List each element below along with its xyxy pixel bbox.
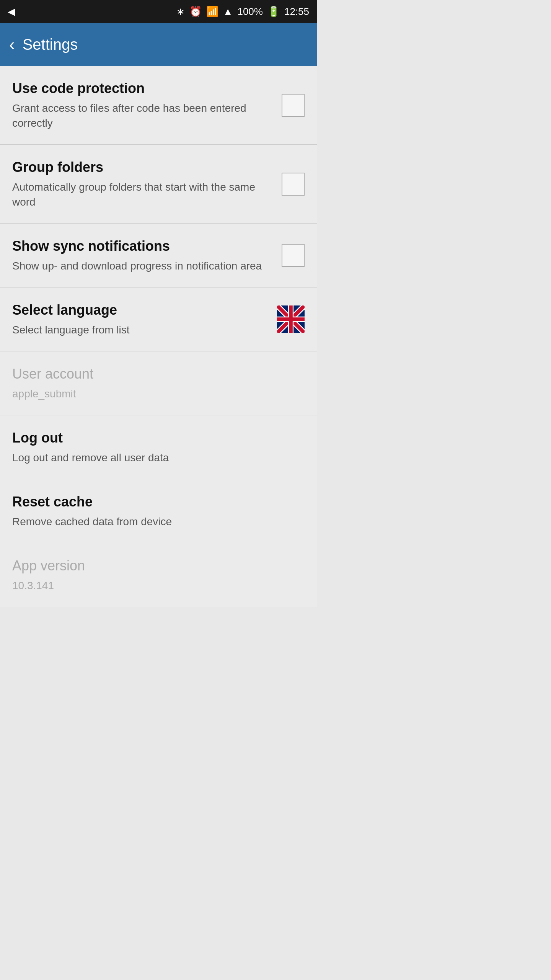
page-title: Settings [23, 36, 78, 53]
settings-item-content-app-version: App version 10.3.141 [12, 557, 305, 593]
settings-item-content-log-out: Log out Log out and remove all user data [12, 429, 305, 465]
settings-item-subtitle-user-account: apple_submit [12, 386, 297, 401]
app-bar: ‹ Settings [0, 23, 317, 66]
settings-item-content-select-language: Select language Select language from lis… [12, 301, 277, 337]
settings-item-content-user-account: User account apple_submit [12, 365, 305, 401]
settings-item-title-group-folders: Group folders [12, 158, 274, 176]
time: 12:55 [284, 6, 309, 18]
settings-item-title-sync-notifications: Show sync notifications [12, 237, 274, 255]
status-bar: ◀ ∗ ⏰ 📶 ▲ 100% 🔋 12:55 [0, 0, 317, 23]
bluetooth-icon: ∗ [176, 6, 185, 18]
settings-item-code-protection[interactable]: Use code protection Grant access to file… [0, 66, 317, 145]
settings-item-title-select-language: Select language [12, 301, 269, 319]
battery-icon: 🔋 [267, 6, 280, 18]
wifi-icon: 📶 [206, 6, 218, 18]
checkbox-sync-notifications[interactable] [282, 244, 305, 267]
settings-item-title-reset-cache: Reset cache [12, 493, 297, 511]
settings-item-subtitle-sync-notifications: Show up- and download progress in notifi… [12, 258, 274, 273]
settings-item-app-version: App version 10.3.141 [0, 543, 317, 607]
settings-item-content-code-protection: Use code protection Grant access to file… [12, 80, 282, 131]
svg-rect-8 [277, 318, 305, 322]
settings-item-group-folders[interactable]: Group folders Automatically group folder… [0, 145, 317, 224]
settings-item-title-user-account: User account [12, 365, 297, 383]
settings-item-log-out[interactable]: Log out Log out and remove all user data [0, 415, 317, 479]
settings-item-subtitle-select-language: Select language from list [12, 322, 269, 337]
checkbox-group-folders[interactable] [282, 173, 305, 196]
language-flag-icon [277, 305, 305, 333]
settings-item-reset-cache[interactable]: Reset cache Remove cached data from devi… [0, 479, 317, 543]
settings-item-user-account: User account apple_submit [0, 351, 317, 415]
settings-item-content-sync-notifications: Show sync notifications Show up- and dow… [12, 237, 282, 273]
checkbox-code-protection[interactable] [282, 94, 305, 117]
settings-item-sync-notifications[interactable]: Show sync notifications Show up- and dow… [0, 224, 317, 287]
settings-item-subtitle-app-version: 10.3.141 [12, 578, 297, 593]
settings-item-content-reset-cache: Reset cache Remove cached data from devi… [12, 493, 305, 529]
volume-icon: ◀ [8, 6, 15, 18]
settings-item-title-log-out: Log out [12, 429, 297, 447]
back-button[interactable]: ‹ [9, 35, 15, 54]
settings-item-subtitle-log-out: Log out and remove all user data [12, 450, 297, 465]
alarm-icon: ⏰ [189, 6, 202, 18]
settings-list: Use code protection Grant access to file… [0, 66, 317, 607]
settings-item-select-language[interactable]: Select language Select language from lis… [0, 287, 317, 351]
signal-icon: ▲ [223, 6, 233, 18]
settings-item-content-group-folders: Group folders Automatically group folder… [12, 158, 282, 209]
settings-item-subtitle-group-folders: Automatically group folders that start w… [12, 180, 274, 209]
battery-text: 100% [237, 6, 263, 18]
settings-item-subtitle-reset-cache: Remove cached data from device [12, 514, 297, 529]
settings-item-title-code-protection: Use code protection [12, 80, 274, 98]
settings-item-title-app-version: App version [12, 557, 297, 575]
settings-item-subtitle-code-protection: Grant access to files after code has bee… [12, 101, 274, 131]
